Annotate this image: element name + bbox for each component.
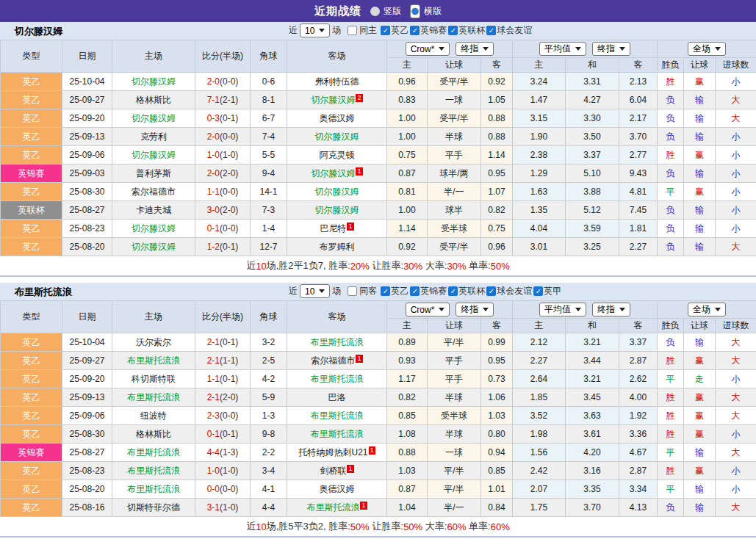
- same-venue-checkbox[interactable]: [348, 286, 357, 296]
- team-name-link[interactable]: 布里斯托流浪: [127, 466, 180, 476]
- home-team[interactable]: 纽波特: [112, 407, 195, 425]
- home-team[interactable]: 切斯特菲尔德: [112, 499, 195, 517]
- odds-stage-select-2[interactable]: 终指: [592, 303, 630, 316]
- away-team[interactable]: 布里斯托流浪: [287, 333, 387, 352]
- league-checkbox[interactable]: ✓: [410, 26, 420, 35]
- match-count-select[interactable]: 10: [300, 23, 330, 37]
- match-score[interactable]: 1-1(0-1): [195, 370, 251, 388]
- team-name-link[interactable]: 纽波特: [140, 410, 167, 421]
- away-team[interactable]: 奥德汉姆: [287, 480, 387, 499]
- match-score[interactable]: 1-0(1-0): [195, 462, 251, 480]
- radio-vertical-icon[interactable]: [370, 7, 380, 16]
- team-name-link[interactable]: 巴尼特: [320, 223, 346, 234]
- match-score[interactable]: 3-0(2-0): [195, 201, 251, 220]
- team-name-link[interactable]: 布里斯托流浪: [127, 447, 180, 457]
- team-name-link[interactable]: 切尔滕汉姆: [315, 205, 359, 215]
- home-team[interactable]: 卡迪夫城: [112, 201, 195, 220]
- match-score[interactable]: 1-0(1-0): [195, 146, 251, 164]
- home-team[interactable]: 布里斯托流浪: [112, 352, 195, 370]
- home-team[interactable]: 索尔福德市: [112, 183, 195, 201]
- home-team[interactable]: 切尔滕汉姆: [112, 220, 195, 238]
- match-score[interactable]: 4-4(1-3): [195, 444, 251, 462]
- team-name-link[interactable]: 科切斯特联: [132, 374, 176, 384]
- league-checkbox[interactable]: ✓: [381, 26, 390, 35]
- away-team[interactable]: 布里斯托流浪: [287, 425, 387, 444]
- team-name-link[interactable]: 弗利特伍德: [315, 76, 359, 87]
- match-score[interactable]: 0-1(0-1): [195, 425, 251, 444]
- away-team[interactable]: 奥德汉姆: [287, 109, 387, 128]
- league-checkbox[interactable]: ✓: [533, 286, 543, 296]
- home-team[interactable]: 切尔滕汉姆: [112, 73, 195, 91]
- team-name-link[interactable]: 普利茅斯: [136, 168, 171, 178]
- fulltime-select[interactable]: 全场: [688, 303, 726, 316]
- home-team[interactable]: 布里斯托流浪: [112, 462, 195, 480]
- team-name-link[interactable]: 布里斯托流浪: [127, 392, 180, 402]
- home-team[interactable]: 布里斯托流浪: [112, 444, 195, 462]
- team-name-link[interactable]: 布里斯托流浪: [311, 337, 364, 347]
- away-team[interactable]: 切尔滕汉姆: [287, 201, 387, 220]
- home-team[interactable]: 沃尔索尔: [112, 333, 195, 352]
- away-team[interactable]: 切尔滕汉姆: [287, 128, 387, 146]
- match-score[interactable]: 2-1(1-1): [195, 352, 251, 370]
- home-team[interactable]: 格林斯比: [112, 91, 195, 109]
- team-name-link[interactable]: 克劳利: [140, 131, 167, 142]
- league-checkbox[interactable]: ✓: [486, 26, 496, 35]
- average-select[interactable]: 平均值: [539, 42, 586, 56]
- team-name-link[interactable]: 布罗姆利: [320, 242, 355, 252]
- away-team[interactable]: 阿克灵顿: [287, 146, 387, 164]
- away-team[interactable]: 弗利特伍德: [287, 73, 387, 91]
- fulltime-select[interactable]: 全场: [688, 42, 726, 56]
- team-name-link[interactable]: 格林斯比: [136, 95, 171, 105]
- match-score[interactable]: 2-1(0-1): [195, 333, 251, 352]
- team-name-link[interactable]: 沃尔索尔: [136, 337, 171, 347]
- match-score[interactable]: 7-1(2-1): [195, 91, 251, 109]
- layout-option-vertical[interactable]: 竖版: [370, 5, 401, 18]
- bookmaker-select[interactable]: Crow*: [406, 303, 450, 316]
- team-name-link[interactable]: 布里斯托流浪: [311, 374, 364, 384]
- odds-stage-select-1[interactable]: 终指: [456, 42, 494, 56]
- home-team[interactable]: 布里斯托流浪: [112, 480, 195, 499]
- away-team[interactable]: 剑桥联1: [287, 462, 387, 480]
- match-score[interactable]: 2-0(0-0): [195, 128, 251, 146]
- team-name-link[interactable]: 切尔滕汉姆: [132, 150, 176, 160]
- match-score[interactable]: 3-1(1-0): [195, 499, 251, 517]
- match-score[interactable]: 2-0(2-0): [195, 164, 251, 183]
- team-name-link[interactable]: 剑桥联: [320, 466, 346, 476]
- league-checkbox[interactable]: ✓: [448, 26, 458, 35]
- home-team[interactable]: 切尔滕汉姆: [112, 146, 195, 164]
- bookmaker-select[interactable]: Crow*: [406, 42, 450, 56]
- home-team[interactable]: 科切斯特联: [112, 370, 195, 388]
- match-score[interactable]: 0-0(0-0): [195, 480, 251, 499]
- team-name-link[interactable]: 布里斯托流浪: [127, 355, 180, 366]
- team-name-link[interactable]: 切尔滕汉姆: [132, 223, 176, 234]
- home-team[interactable]: 布里斯托流浪: [112, 388, 195, 407]
- layout-option-horizontal[interactable]: 横版: [410, 4, 442, 18]
- away-team[interactable]: 切尔滕汉姆2: [287, 91, 387, 109]
- league-checkbox[interactable]: ✓: [410, 286, 420, 296]
- match-score[interactable]: 2-0(0-0): [195, 73, 251, 91]
- away-team[interactable]: 布里斯托流浪: [287, 407, 387, 425]
- away-team[interactable]: 布罗姆利: [287, 238, 387, 256]
- team-name-link[interactable]: 布里斯托流浪: [311, 429, 364, 439]
- home-team[interactable]: 格林斯比: [112, 425, 195, 444]
- team-name-link[interactable]: 切斯特菲尔德: [127, 502, 180, 513]
- home-team[interactable]: 切尔滕汉姆: [112, 109, 195, 128]
- match-count-select[interactable]: 10: [300, 284, 330, 298]
- away-team[interactable]: 托特纳姆热刺U211: [287, 444, 387, 462]
- same-venue-checkbox[interactable]: [348, 26, 357, 35]
- away-team[interactable]: 切尔滕汉姆: [287, 183, 387, 201]
- away-team[interactable]: 索尔福德市1: [287, 352, 387, 370]
- team-name-link[interactable]: 布里斯托流浪: [127, 484, 180, 494]
- away-team[interactable]: 布里斯托流浪1: [287, 499, 387, 517]
- away-team[interactable]: 切尔滕汉姆1: [287, 164, 387, 183]
- match-score[interactable]: 0-1(0-0): [195, 220, 251, 238]
- team-name-link[interactable]: 索尔福德市: [132, 187, 176, 197]
- odds-stage-select-1[interactable]: 终指: [456, 303, 494, 316]
- team-name-link[interactable]: 巴洛: [328, 392, 346, 402]
- match-score[interactable]: 1-2(0-1): [195, 238, 251, 256]
- home-team[interactable]: 克劳利: [112, 128, 195, 146]
- match-score[interactable]: 2-1(2-0): [195, 388, 251, 407]
- radio-horizontal-icon[interactable]: [410, 4, 420, 18]
- team-name-link[interactable]: 奥德汉姆: [320, 484, 355, 494]
- average-select[interactable]: 平均值: [539, 303, 586, 316]
